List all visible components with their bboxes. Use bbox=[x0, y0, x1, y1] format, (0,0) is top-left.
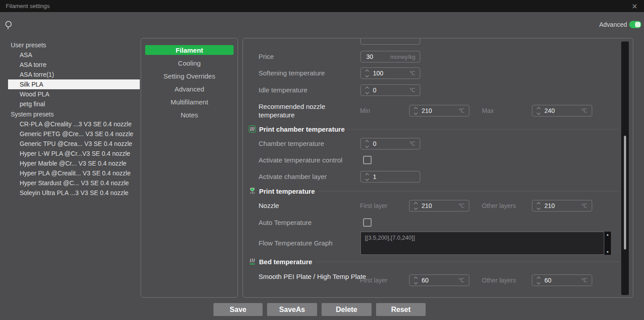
preset-item[interactable]: Generic PETG @Cre... V3 SE 0.4 nozzle bbox=[0, 129, 141, 139]
panel-scrollbar-thumb[interactable] bbox=[624, 136, 626, 249]
max-temp-unit: ℃ bbox=[581, 108, 587, 114]
settings-panel: Price 30 money/kg Softening temperature … bbox=[243, 38, 633, 298]
preset-item[interactable]: ASA bbox=[0, 50, 141, 60]
min-label: Min bbox=[360, 105, 370, 116]
spinner-down-icon[interactable] bbox=[414, 206, 418, 209]
preset-item[interactable]: CR-PLA @Creality ...3 V3 SE 0.4 nozzle bbox=[0, 119, 141, 129]
spinner-down-icon[interactable] bbox=[414, 111, 418, 114]
bed-plate-row: Smooth PEI Plate / High Temp Plate First… bbox=[243, 274, 633, 286]
spinner-down-icon[interactable] bbox=[365, 73, 369, 77]
tab-multifilament[interactable]: Multifilament bbox=[141, 96, 238, 108]
settings-nav-panel: Filament Cooling Setting Overrides Advan… bbox=[141, 38, 238, 298]
spinner-down-icon[interactable] bbox=[365, 144, 369, 147]
spinner-up-icon[interactable] bbox=[537, 276, 540, 280]
max-temp-input[interactable]: 240 ℃ bbox=[532, 105, 592, 116]
preset-item[interactable]: Hyper Stardust @C... V3 SE 0.4 nozzle bbox=[0, 178, 141, 188]
softening-value: 100 bbox=[373, 70, 383, 77]
bed-first-layer-input[interactable]: 60 ℃ bbox=[409, 274, 469, 286]
tab-advanced[interactable]: Advanced bbox=[141, 83, 238, 96]
chamber-temp-row: Chamber temperature 0 ℃ bbox=[243, 138, 633, 150]
first-layer-label: First layer bbox=[360, 200, 387, 212]
bed-first-layer-label: First layer bbox=[360, 274, 387, 286]
spinner-up-icon[interactable] bbox=[537, 202, 540, 205]
preset-item[interactable]: ASA torre bbox=[0, 60, 141, 70]
print-temp-section-title: Print temperature bbox=[259, 187, 315, 195]
min-temp-value: 210 bbox=[422, 107, 432, 114]
save-button[interactable]: Save bbox=[213, 303, 263, 316]
preset-item[interactable]: Hyper PLA @Crealit... V3 SE 0.4 nozzle bbox=[0, 168, 141, 178]
tab-notes[interactable]: Notes bbox=[141, 108, 238, 121]
close-icon[interactable]: ✕ bbox=[629, 1, 640, 12]
idle-unit: ℃ bbox=[410, 87, 415, 93]
advanced-toggle-group: Advanced bbox=[599, 21, 641, 28]
price-unit: money/kg bbox=[390, 54, 415, 60]
preset-item[interactable]: Generic TPU @Crea... V3 SE 0.4 nozzle bbox=[0, 139, 141, 149]
spinner-down-icon[interactable] bbox=[365, 177, 369, 180]
preset-item-selected[interactable]: Silk PLA bbox=[8, 79, 140, 89]
softening-input[interactable]: 100 ℃ bbox=[360, 67, 420, 79]
save-as-button[interactable]: SaveAs bbox=[267, 303, 317, 316]
spinner-up-icon[interactable] bbox=[537, 107, 540, 110]
spinner-up-icon[interactable] bbox=[365, 140, 369, 143]
chamber-temp-unit: ℃ bbox=[410, 141, 415, 147]
spinner-up-icon[interactable] bbox=[414, 107, 418, 110]
activate-layer-input[interactable]: 1 bbox=[360, 171, 420, 183]
chamber-temp-input[interactable]: 0 ℃ bbox=[360, 138, 420, 150]
bed-other-layers-input[interactable]: 60 ℃ bbox=[532, 274, 592, 286]
chamber-section-title: Print chamber temperature bbox=[259, 125, 345, 133]
preset-item[interactable]: Hyper L-W PLA @Cr...V3 SE 0.4 nozzle bbox=[0, 149, 141, 158]
nozzle-first-value: 210 bbox=[422, 202, 432, 209]
price-input[interactable]: 30 money/kg bbox=[360, 51, 420, 62]
auto-temp-checkbox[interactable] bbox=[363, 218, 372, 227]
tab-setting-overrides[interactable]: Setting Overrides bbox=[141, 70, 238, 83]
nozzle-label: Nozzle bbox=[259, 200, 279, 212]
nozzle-other-value: 210 bbox=[544, 202, 555, 209]
chamber-section-header: Print chamber temperature bbox=[249, 125, 619, 133]
preset-item[interactable]: Wood PLA bbox=[0, 89, 141, 99]
min-temp-unit: ℃ bbox=[459, 108, 464, 114]
advanced-switch[interactable] bbox=[629, 21, 641, 28]
price-row: Price 30 money/kg bbox=[243, 51, 633, 62]
spinner-down-icon[interactable] bbox=[537, 111, 540, 114]
scroll-down-icon[interactable]: ▼ bbox=[606, 250, 609, 254]
reset-button[interactable]: Reset bbox=[376, 303, 426, 316]
clipped-input[interactable] bbox=[360, 38, 420, 45]
bed-section-title: Bed temperature bbox=[259, 258, 312, 266]
spinner-up-icon[interactable] bbox=[365, 69, 369, 73]
spinner-down-icon[interactable] bbox=[537, 206, 540, 209]
window-title: Filament settings bbox=[0, 3, 50, 9]
tab-cooling[interactable]: Cooling bbox=[141, 57, 238, 70]
preset-item[interactable]: petg final bbox=[0, 99, 141, 109]
spinner-up-icon[interactable] bbox=[414, 202, 418, 205]
flow-graph-textarea[interactable]: [[3.5,200],[7.0,240]] bbox=[360, 232, 604, 255]
min-temp-input[interactable]: 210 ℃ bbox=[409, 105, 469, 116]
system-presets-heading: System presets bbox=[0, 109, 141, 119]
delete-button[interactable]: Delete bbox=[322, 303, 372, 316]
nozzle-first-layer-input[interactable]: 210 ℃ bbox=[409, 200, 469, 212]
idle-input[interactable]: 0 ℃ bbox=[360, 84, 420, 96]
activate-control-checkbox[interactable] bbox=[363, 156, 372, 164]
bed-other-layers-label: Other layers bbox=[482, 274, 516, 286]
spinner-up-icon[interactable] bbox=[365, 173, 369, 176]
spinner-down-icon[interactable] bbox=[365, 90, 369, 94]
recommended-nozzle-row: Recommended nozzle temperature Min 210 ℃… bbox=[243, 105, 633, 116]
nozzle-other-layers-input[interactable]: 210 ℃ bbox=[532, 200, 592, 212]
activate-layer-label: Activate chamber layer bbox=[259, 171, 327, 183]
spinner-down-icon[interactable] bbox=[537, 280, 540, 284]
spinner-down-icon[interactable] bbox=[414, 280, 418, 284]
preset-item[interactable]: ASA torre(1) bbox=[0, 70, 141, 79]
section-divider bbox=[315, 262, 619, 262]
preset-item[interactable]: Hyper Marble @Cr... V3 SE 0.4 nozzle bbox=[0, 158, 141, 168]
auto-temp-row: Auto Temperature bbox=[243, 217, 633, 229]
recommended-label: Recommended nozzle temperature bbox=[259, 102, 343, 119]
tab-filament[interactable]: Filament bbox=[145, 45, 234, 55]
bed-heat-icon bbox=[249, 258, 256, 265]
scroll-up-icon[interactable]: ▲ bbox=[606, 233, 609, 236]
preset-item[interactable]: Soleyin Ultra PLA ...3 V3 SE 0.4 nozzle bbox=[0, 188, 141, 198]
spinner-up-icon[interactable] bbox=[414, 276, 418, 280]
search-icon[interactable] bbox=[4, 20, 13, 32]
flow-graph-scrollbar[interactable]: ▲ ▼ bbox=[604, 232, 611, 255]
softening-label: Softening temperature bbox=[259, 67, 325, 79]
spinner-up-icon[interactable] bbox=[365, 86, 369, 90]
switch-knob-icon bbox=[635, 22, 640, 27]
